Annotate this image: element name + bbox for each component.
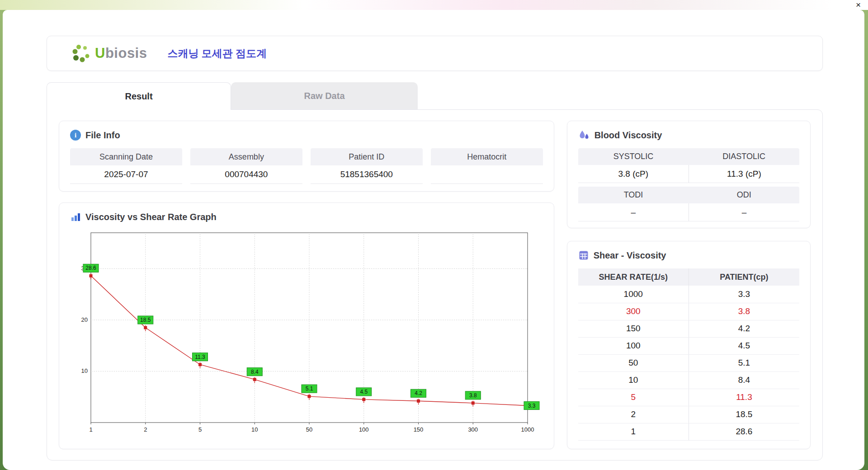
field-hematocrit: Hematocrit bbox=[431, 148, 543, 184]
cell-shear: 300 bbox=[578, 303, 689, 320]
field-label: Assembly bbox=[190, 148, 302, 165]
graph-title-row: Viscosity vs Shear Rate Graph bbox=[70, 210, 543, 224]
svg-text:150: 150 bbox=[414, 426, 424, 433]
field-label: Patient ID bbox=[311, 148, 423, 165]
bv-header-row: SYSTOLIC DIASTOLIC bbox=[578, 148, 799, 165]
cell-shear: 1 bbox=[578, 423, 689, 440]
app-window: Ubiosis 스캐닝 모세관 점도계 Result Raw Data i Fi… bbox=[3, 10, 864, 470]
cell-patient: 5.1 bbox=[689, 354, 799, 371]
cell-patient: 4.2 bbox=[689, 320, 799, 337]
bv-value-row: 3.8 (cP) 11.3 (cP) bbox=[578, 165, 799, 183]
field-value: 000704430 bbox=[190, 165, 302, 183]
tab-raw-data[interactable]: Raw Data bbox=[231, 82, 418, 109]
bv-header-diastolic: DIASTOLIC bbox=[689, 148, 799, 165]
svg-text:2: 2 bbox=[144, 426, 147, 433]
content: Ubiosis 스캐닝 모세관 점도계 Result Raw Data i Fi… bbox=[3, 10, 823, 461]
cell-patient: 3.3 bbox=[689, 286, 799, 303]
field-label: Scanning Date bbox=[70, 148, 182, 165]
field-value: 2025-07-07 bbox=[70, 165, 182, 183]
grid-icon bbox=[578, 250, 589, 261]
cell-patient: 8.4 bbox=[689, 371, 799, 389]
bv-value-row-2: – – bbox=[578, 203, 799, 221]
bv-header-odi: ODI bbox=[689, 187, 799, 203]
section-title: File Info bbox=[85, 130, 120, 141]
cell-patient: 4.5 bbox=[689, 337, 799, 354]
svg-text:100: 100 bbox=[359, 426, 369, 433]
table-row: 150 4.2 bbox=[578, 320, 799, 337]
file-info-fields: Scanning Date 2025-07-07 Assembly 000704… bbox=[70, 148, 543, 184]
svg-text:10: 10 bbox=[251, 426, 258, 433]
col-shear-rate: SHEAR RATE(1/s) bbox=[578, 268, 689, 286]
cell-patient: 3.8 bbox=[689, 303, 799, 320]
table-row: 10 8.4 bbox=[578, 371, 799, 389]
ubiosis-logo: Ubiosis bbox=[71, 43, 147, 63]
bv-value-systolic: 3.8 (cP) bbox=[578, 165, 689, 183]
section-title: Shear - Viscosity bbox=[594, 250, 666, 261]
cell-shear: 2 bbox=[578, 406, 689, 423]
table-row: 100 4.5 bbox=[578, 337, 799, 354]
info-icon: i bbox=[70, 130, 81, 141]
shear-viscosity-card: Shear - Viscosity SHEAR RATE(1/s) PATIEN… bbox=[567, 241, 811, 449]
bv-value-diastolic: 11.3 (cP) bbox=[689, 165, 799, 183]
section-title: Blood Viscosity bbox=[594, 130, 662, 141]
svg-text:8.4: 8.4 bbox=[251, 369, 259, 375]
table-row: 5 11.3 bbox=[578, 389, 799, 406]
svg-text:5: 5 bbox=[198, 426, 202, 433]
logo-text: Ubiosis bbox=[95, 45, 147, 61]
logo-rest: biosis bbox=[105, 45, 147, 61]
viscosity-chart: 1020301251050100150300100028.618.511.38.… bbox=[70, 227, 540, 440]
file-info-title: i File Info bbox=[70, 128, 543, 142]
field-patient-id: Patient ID 51851365400 bbox=[311, 148, 423, 184]
cell-shear: 150 bbox=[578, 320, 689, 337]
col-patient: PATIENT(cp) bbox=[689, 268, 799, 286]
bv-header-row-2: TODI ODI bbox=[578, 187, 799, 203]
header-card: Ubiosis 스캐닝 모세관 점도계 bbox=[47, 36, 823, 71]
tab-result[interactable]: Result bbox=[47, 82, 231, 110]
shear-viscosity-title: Shear - Viscosity bbox=[578, 249, 799, 262]
svg-text:3.8: 3.8 bbox=[469, 392, 477, 399]
droplet-icon bbox=[578, 129, 590, 141]
bv-value-todi: – bbox=[578, 203, 689, 221]
top-strip: × bbox=[0, 0, 868, 10]
svg-text:3.3: 3.3 bbox=[528, 403, 536, 409]
close-button[interactable]: × bbox=[856, 0, 861, 10]
right-column: Blood Viscosity SYSTOLIC DIASTOLIC 3.8 (… bbox=[567, 121, 811, 449]
table-row: 50 5.1 bbox=[578, 354, 799, 371]
graph-card: Viscosity vs Shear Rate Graph 1020301251… bbox=[59, 202, 554, 449]
content-panel: i File Info Scanning Date 2025-07-07 Ass… bbox=[47, 109, 823, 461]
cell-shear: 10 bbox=[578, 371, 689, 389]
table-header-row: SHEAR RATE(1/s) PATIENT(cp) bbox=[578, 268, 799, 286]
bv-header-todi: TODI bbox=[578, 187, 689, 203]
svg-text:11.3: 11.3 bbox=[195, 354, 205, 360]
field-value: 51851365400 bbox=[311, 165, 423, 183]
svg-text:5.1: 5.1 bbox=[306, 385, 313, 392]
table-row: 300 3.8 bbox=[578, 303, 799, 320]
section-title: Viscosity vs Shear Rate Graph bbox=[85, 212, 217, 222]
tab-bar: Result Raw Data bbox=[47, 82, 823, 109]
table-row: 2 18.5 bbox=[578, 406, 799, 423]
field-scanning-date: Scanning Date 2025-07-07 bbox=[70, 148, 182, 184]
svg-text:300: 300 bbox=[468, 426, 478, 433]
table-row: 1 28.6 bbox=[578, 423, 799, 440]
logo-dots-icon bbox=[71, 43, 91, 63]
field-label: Hematocrit bbox=[431, 148, 543, 165]
svg-text:50: 50 bbox=[306, 426, 312, 433]
app-title: 스캐닝 모세관 점도계 bbox=[167, 47, 267, 61]
cell-shear: 100 bbox=[578, 337, 689, 354]
svg-text:18.5: 18.5 bbox=[140, 317, 151, 323]
cell-patient: 18.5 bbox=[689, 406, 799, 423]
bv-header-systolic: SYSTOLIC bbox=[578, 148, 689, 165]
field-assembly: Assembly 000704430 bbox=[190, 148, 302, 184]
blood-viscosity-title: Blood Viscosity bbox=[578, 128, 799, 142]
bar-chart-icon bbox=[70, 212, 81, 222]
left-column: i File Info Scanning Date 2025-07-07 Ass… bbox=[59, 121, 554, 449]
logo-prefix: U bbox=[95, 45, 105, 61]
bv-value-odi: – bbox=[689, 203, 799, 221]
svg-text:1000: 1000 bbox=[521, 426, 534, 433]
field-value bbox=[431, 165, 543, 183]
svg-text:20: 20 bbox=[81, 316, 88, 323]
cell-shear: 5 bbox=[578, 389, 689, 406]
blood-viscosity-card: Blood Viscosity SYSTOLIC DIASTOLIC 3.8 (… bbox=[567, 121, 811, 228]
svg-text:1: 1 bbox=[89, 426, 92, 433]
file-info-card: i File Info Scanning Date 2025-07-07 Ass… bbox=[59, 121, 554, 192]
